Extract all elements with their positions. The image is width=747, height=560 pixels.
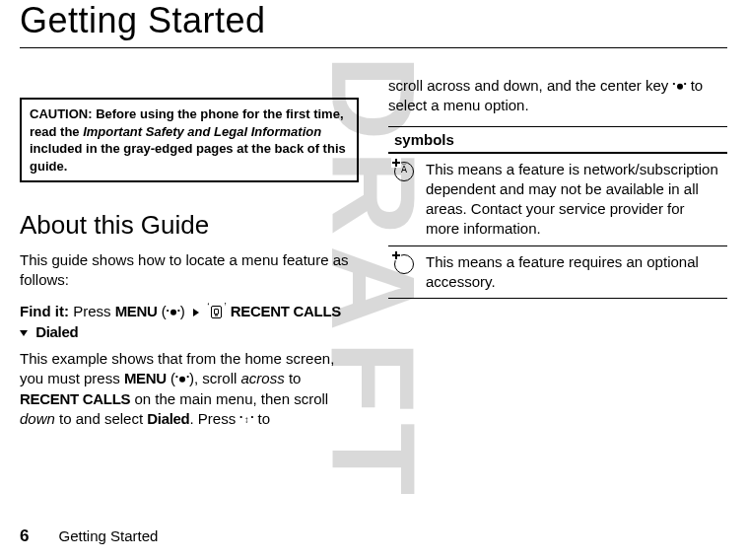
caution-label: CAUTION:: [30, 106, 93, 121]
dialed-label: Dialed: [35, 323, 78, 340]
para2-down: down: [20, 410, 55, 427]
continuation-paragraph: scroll across and down, and the center k…: [388, 76, 727, 116]
page-number: 6: [20, 526, 29, 546]
right-column: scroll across and down, and the center k…: [388, 68, 727, 439]
nav-arrow-down-icon: [20, 330, 28, 336]
menu-label: MENU: [115, 303, 158, 319]
page-title: Getting Started: [20, 0, 727, 48]
accessory-symbol-text: This means a feature requires an optiona…: [420, 245, 727, 299]
example-paragraph: This example shows that from the home sc…: [20, 349, 359, 429]
network-symbol-text: This means a feature is network/subscrip…: [420, 153, 727, 246]
find-it-label: Find it:: [20, 303, 69, 319]
center-key-icon-2: [175, 375, 189, 385]
caution-box: CAUTION: Before using the phone for the …: [20, 98, 359, 182]
scroll-key-icon: ↕: [239, 414, 253, 426]
about-this-guide-heading: About this Guide: [20, 210, 359, 241]
para2-f: . Press: [189, 410, 239, 427]
symbols-header-cell: symbols: [388, 126, 727, 153]
center-key-icon-3: [673, 82, 687, 92]
footer-section-label: Getting Started: [58, 527, 158, 544]
intro-paragraph: This guide shows how to locate a menu fe…: [20, 250, 359, 291]
table-row: This means a feature requires an optiona…: [388, 245, 727, 299]
nav-arrow-right-icon: [193, 309, 199, 316]
para2-b: , scroll: [194, 370, 241, 386]
para2-c: to: [285, 370, 302, 386]
page-content: Getting Started CAUTION: Before using th…: [0, 0, 747, 439]
center-key-icon: [167, 308, 180, 317]
para2-e: to and select: [55, 410, 147, 427]
page-footer: 6 Getting Started: [20, 526, 158, 546]
recent-calls-label: RECENT CALLS: [231, 303, 341, 319]
para2-recent: RECENT CALLS: [20, 390, 130, 407]
phone-menu-icon: [211, 306, 222, 318]
quote-dot-left: ‘: [207, 302, 209, 313]
para2-g: to: [253, 410, 270, 427]
quote-dot-right: ’: [224, 302, 226, 313]
caution-after: included in the gray-edged pages at the …: [30, 141, 346, 174]
accessory-icon: [394, 254, 414, 274]
caution-italic-title: Important Safety and Legal Information: [83, 124, 321, 139]
para2-menu: MENU: [124, 370, 167, 386]
network-dependent-icon: Ä: [394, 162, 414, 181]
para2-across: across: [241, 370, 285, 386]
press-word: Press: [73, 303, 110, 319]
para2-d: on the main menu, then scroll: [130, 390, 328, 407]
two-column-layout: CAUTION: Before using the phone for the …: [20, 68, 727, 439]
find-it-line: Find it: Press MENU () ‘’ RECENT CALLS D…: [20, 301, 359, 344]
symbols-table: symbols Ä This means a feature is netwo…: [388, 126, 727, 300]
symbols-header-row: symbols: [388, 126, 727, 153]
cont-a: scroll across and down, and the center k…: [388, 77, 673, 94]
left-column: CAUTION: Before using the phone for the …: [20, 68, 359, 439]
accessory-symbol-cell: [388, 245, 420, 299]
network-symbol-cell: Ä: [388, 153, 420, 246]
para2-dialed: Dialed: [147, 410, 189, 427]
table-row: Ä This means a feature is network/subsc…: [388, 153, 727, 246]
